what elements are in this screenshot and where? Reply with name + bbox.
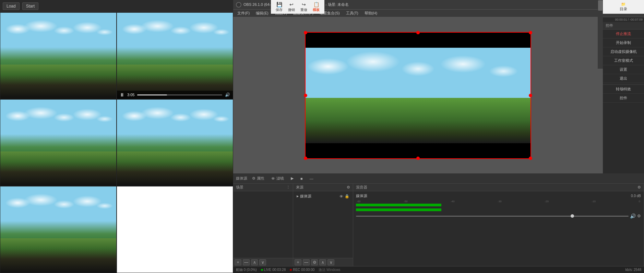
sources-settings-btn[interactable]: ⚙ xyxy=(311,259,318,265)
mixer-track-header: 媒体源 0.0 dB xyxy=(356,193,641,198)
handle-top-right[interactable] xyxy=(529,31,532,34)
source-item[interactable]: ▶ 媒体源 👁 🔒 xyxy=(295,193,351,200)
time-display: 3:05 xyxy=(127,93,134,97)
meter-bar-r xyxy=(356,208,641,211)
scenes-remove-btn[interactable]: — xyxy=(243,259,250,265)
panel-sources: 来源 ⚙ ▶ 媒体源 👁 🔒 + — ⚙ xyxy=(293,184,353,266)
controls-header: 控件 xyxy=(603,22,644,30)
transitions-btn[interactable]: 转场特效 xyxy=(603,85,644,94)
template-icon: 📋 xyxy=(313,2,319,7)
start-record-btn[interactable]: 开始录制 xyxy=(603,38,644,47)
cpu-label: 舵轴 0 (0.0%) xyxy=(236,268,257,272)
scenes-up-btn[interactable]: ∧ xyxy=(251,259,258,265)
video-cell-5[interactable] xyxy=(0,186,117,273)
cpu-status: 舵轴 0 (0.0%) xyxy=(236,268,257,272)
obs-preview-row: 00:00:01 / -00:07:09 控件 停止推流 开始录制 启动虚拟摄像… xyxy=(233,17,644,173)
volume-knob[interactable] xyxy=(571,214,574,218)
rec-time: 00:00:00 xyxy=(301,268,314,272)
meter-scale: -60 -50 -40 -30 -20 -10 0 xyxy=(356,200,641,203)
volume-icon[interactable]: 🔊 xyxy=(225,92,230,97)
video-cell-2[interactable]: ⏸ 3:05 🔊 xyxy=(117,12,233,99)
sources-remove-btn[interactable]: — xyxy=(303,259,310,265)
stop-btn[interactable]: ■ xyxy=(298,176,305,181)
video-cell-4[interactable] xyxy=(117,99,233,186)
handle-bottom-right[interactable] xyxy=(529,157,532,160)
rec-status: REC 00:00:00 xyxy=(290,268,314,272)
source-name: 媒体源 xyxy=(300,194,311,199)
scroll-thumb[interactable] xyxy=(598,0,603,11)
filters-btn[interactable]: 👁 滤镜 xyxy=(269,175,286,182)
obs-main-content: 00:00:01 / -00:07:09 控件 停止推流 开始录制 启动虚拟摄像… xyxy=(233,17,644,273)
mixer-settings-icon[interactable]: ⚙ xyxy=(637,214,641,218)
handle-middle-left[interactable] xyxy=(304,94,307,97)
undo-toolbar-btn[interactable]: ↩ 撤销 xyxy=(286,1,297,13)
menu-edit[interactable]: 编辑(E) xyxy=(253,10,271,16)
scenes-down-btn[interactable]: ∨ xyxy=(259,259,266,265)
template-toolbar-btn[interactable]: 📋 模板 xyxy=(311,1,322,13)
scenes-content[interactable] xyxy=(233,191,293,258)
menu-help[interactable]: 帮助(H) xyxy=(362,10,380,16)
save-toolbar-btn[interactable]: 💾 保存 xyxy=(274,1,285,13)
video-thumbnail-5 xyxy=(0,186,116,273)
rec-dot xyxy=(290,269,292,271)
sources-down-btn[interactable]: ∨ xyxy=(327,259,334,265)
sources-content[interactable]: ▶ 媒体源 👁 🔒 xyxy=(293,191,353,258)
scrollbar-area[interactable] xyxy=(598,0,603,69)
video-cell-6-blank xyxy=(117,186,233,273)
meter-bar-l xyxy=(356,204,641,206)
activate-notice: 激活 Windows xyxy=(319,268,340,272)
meter-container-2 xyxy=(356,208,641,212)
mixer-track-name: 媒体源 xyxy=(356,193,367,198)
sources-add-btn[interactable]: + xyxy=(295,259,301,265)
menu-file[interactable]: 文件(F) xyxy=(235,10,252,16)
virtual-cam-btn[interactable]: 启动虚拟摄像机 xyxy=(603,47,644,56)
video-thumbnail-2 xyxy=(117,13,233,99)
mixer-options-icon[interactable]: ⚙ xyxy=(637,185,641,190)
volume-slider[interactable] xyxy=(356,216,629,217)
handle-top-left[interactable] xyxy=(304,31,307,34)
stop-stream-btn[interactable]: 停止推流 xyxy=(603,30,644,38)
obs-app-icon xyxy=(236,2,241,8)
catalog-icon: 📁 xyxy=(621,2,626,7)
sources-up-btn[interactable]: ∧ xyxy=(319,259,326,265)
mixer-db: 0.0 dB xyxy=(631,194,641,198)
handle-middle-right[interactable] xyxy=(529,94,532,97)
sources-options-icon[interactable]: ⚙ xyxy=(347,185,350,190)
handle-bottom-left[interactable] xyxy=(304,157,307,160)
load-button[interactable]: Load xyxy=(3,2,20,10)
minus-btn[interactable]: — xyxy=(308,176,315,181)
obs-bottom: 媒体源 ⚙ 属性 👁 滤镜 ▶ ■ — xyxy=(233,173,644,266)
obs-preview-area xyxy=(233,17,603,173)
handle-bottom-middle[interactable] xyxy=(416,157,420,160)
meter-container xyxy=(356,203,641,207)
progress-bar[interactable] xyxy=(137,94,222,95)
scenes-add-btn[interactable]: + xyxy=(235,259,241,265)
video-cell-1[interactable] xyxy=(0,12,117,99)
scenes-header: 场景 ⋮ xyxy=(233,184,293,191)
minus-icon: — xyxy=(310,177,313,181)
control-label-btn[interactable]: 控件 xyxy=(603,94,644,103)
properties-btn[interactable]: ⚙ 属性 xyxy=(250,175,266,182)
mute-icon[interactable]: 🔊 xyxy=(630,213,636,219)
video-cell-3[interactable] xyxy=(0,99,117,186)
menu-tools[interactable]: 工具(T) xyxy=(343,10,361,16)
save-icon: 💾 xyxy=(276,2,282,7)
video-grid: ⏸ 3:05 🔊 xyxy=(0,12,233,273)
sources-header: 来源 ⚙ xyxy=(293,184,353,191)
handle-top-middle[interactable] xyxy=(416,31,420,34)
bottom-panels: 场景 ⋮ + — ∧ ∨ 来源 ⚙ xyxy=(233,184,644,266)
start-button[interactable]: Start xyxy=(22,2,38,10)
mixer-header: 混音器 ⚙ xyxy=(353,184,644,191)
status-bar: 舵轴 0 (0.0%) LIVE 00:03:28 REC 00:00:00 激… xyxy=(233,266,644,273)
pause-button[interactable]: ⏸ xyxy=(120,92,124,98)
lock-icon[interactable]: 🔒 xyxy=(345,194,349,198)
settings-btn[interactable]: 设置 xyxy=(603,65,644,74)
source-play-icon: ▶ xyxy=(297,195,299,198)
redo-toolbar-btn[interactable]: ↪ 重做 xyxy=(298,1,309,13)
scenes-options-icon[interactable]: ⋮ xyxy=(286,185,290,190)
exit-btn[interactable]: 退出 xyxy=(603,74,644,83)
studio-mode-btn[interactable]: 工作室模式 xyxy=(603,56,644,65)
eye-icon[interactable]: 👁 xyxy=(339,194,343,198)
preview-landscape xyxy=(306,33,530,158)
play-btn[interactable]: ▶ xyxy=(289,175,296,181)
